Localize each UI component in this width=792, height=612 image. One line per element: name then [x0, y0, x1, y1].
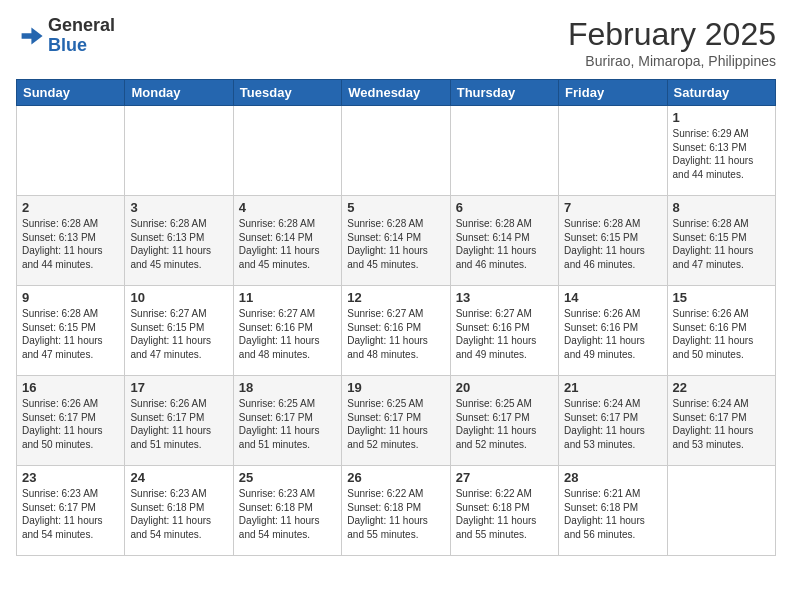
day-info: Sunrise: 6:23 AM Sunset: 6:17 PM Dayligh… [22, 487, 119, 541]
calendar-cell [667, 466, 775, 556]
calendar-cell: 13Sunrise: 6:27 AM Sunset: 6:16 PM Dayli… [450, 286, 558, 376]
calendar-cell: 23Sunrise: 6:23 AM Sunset: 6:17 PM Dayli… [17, 466, 125, 556]
day-number: 15 [673, 290, 770, 305]
calendar-week-row: 1Sunrise: 6:29 AM Sunset: 6:13 PM Daylig… [17, 106, 776, 196]
day-number: 26 [347, 470, 444, 485]
calendar-cell [450, 106, 558, 196]
weekday-header-monday: Monday [125, 80, 233, 106]
location-subtitle: Burirao, Mimaropa, Philippines [568, 53, 776, 69]
calendar-cell: 6Sunrise: 6:28 AM Sunset: 6:14 PM Daylig… [450, 196, 558, 286]
day-info: Sunrise: 6:23 AM Sunset: 6:18 PM Dayligh… [239, 487, 336, 541]
weekday-header-sunday: Sunday [17, 80, 125, 106]
logo: General Blue [16, 16, 115, 56]
day-info: Sunrise: 6:24 AM Sunset: 6:17 PM Dayligh… [564, 397, 661, 451]
month-year-title: February 2025 [568, 16, 776, 53]
day-info: Sunrise: 6:23 AM Sunset: 6:18 PM Dayligh… [130, 487, 227, 541]
day-number: 4 [239, 200, 336, 215]
day-info: Sunrise: 6:25 AM Sunset: 6:17 PM Dayligh… [239, 397, 336, 451]
calendar-cell: 1Sunrise: 6:29 AM Sunset: 6:13 PM Daylig… [667, 106, 775, 196]
day-info: Sunrise: 6:27 AM Sunset: 6:16 PM Dayligh… [239, 307, 336, 361]
calendar-cell: 3Sunrise: 6:28 AM Sunset: 6:13 PM Daylig… [125, 196, 233, 286]
day-number: 11 [239, 290, 336, 305]
day-number: 2 [22, 200, 119, 215]
weekday-header-saturday: Saturday [667, 80, 775, 106]
calendar-cell [559, 106, 667, 196]
calendar-cell: 9Sunrise: 6:28 AM Sunset: 6:15 PM Daylig… [17, 286, 125, 376]
calendar-cell: 8Sunrise: 6:28 AM Sunset: 6:15 PM Daylig… [667, 196, 775, 286]
day-info: Sunrise: 6:26 AM Sunset: 6:16 PM Dayligh… [564, 307, 661, 361]
day-info: Sunrise: 6:26 AM Sunset: 6:17 PM Dayligh… [22, 397, 119, 451]
calendar-cell: 12Sunrise: 6:27 AM Sunset: 6:16 PM Dayli… [342, 286, 450, 376]
day-info: Sunrise: 6:26 AM Sunset: 6:17 PM Dayligh… [130, 397, 227, 451]
calendar-week-row: 2Sunrise: 6:28 AM Sunset: 6:13 PM Daylig… [17, 196, 776, 286]
calendar-cell: 28Sunrise: 6:21 AM Sunset: 6:18 PM Dayli… [559, 466, 667, 556]
day-number: 5 [347, 200, 444, 215]
day-number: 27 [456, 470, 553, 485]
day-info: Sunrise: 6:21 AM Sunset: 6:18 PM Dayligh… [564, 487, 661, 541]
calendar-cell [233, 106, 341, 196]
day-number: 23 [22, 470, 119, 485]
day-info: Sunrise: 6:27 AM Sunset: 6:16 PM Dayligh… [456, 307, 553, 361]
day-number: 28 [564, 470, 661, 485]
weekday-header-wednesday: Wednesday [342, 80, 450, 106]
day-number: 17 [130, 380, 227, 395]
logo-blue-text: Blue [48, 35, 87, 55]
day-info: Sunrise: 6:28 AM Sunset: 6:14 PM Dayligh… [456, 217, 553, 271]
day-number: 6 [456, 200, 553, 215]
day-number: 7 [564, 200, 661, 215]
calendar-cell: 10Sunrise: 6:27 AM Sunset: 6:15 PM Dayli… [125, 286, 233, 376]
weekday-header-friday: Friday [559, 80, 667, 106]
day-number: 10 [130, 290, 227, 305]
weekday-header-thursday: Thursday [450, 80, 558, 106]
calendar-cell: 16Sunrise: 6:26 AM Sunset: 6:17 PM Dayli… [17, 376, 125, 466]
day-info: Sunrise: 6:25 AM Sunset: 6:17 PM Dayligh… [347, 397, 444, 451]
calendar-cell: 20Sunrise: 6:25 AM Sunset: 6:17 PM Dayli… [450, 376, 558, 466]
logo-general-text: General [48, 15, 115, 35]
weekday-header-tuesday: Tuesday [233, 80, 341, 106]
calendar-cell [125, 106, 233, 196]
calendar-week-row: 16Sunrise: 6:26 AM Sunset: 6:17 PM Dayli… [17, 376, 776, 466]
calendar-cell: 4Sunrise: 6:28 AM Sunset: 6:14 PM Daylig… [233, 196, 341, 286]
day-number: 3 [130, 200, 227, 215]
day-number: 9 [22, 290, 119, 305]
calendar-cell: 27Sunrise: 6:22 AM Sunset: 6:18 PM Dayli… [450, 466, 558, 556]
day-number: 12 [347, 290, 444, 305]
day-info: Sunrise: 6:28 AM Sunset: 6:13 PM Dayligh… [130, 217, 227, 271]
svg-marker-1 [22, 27, 43, 44]
day-info: Sunrise: 6:28 AM Sunset: 6:15 PM Dayligh… [22, 307, 119, 361]
day-number: 19 [347, 380, 444, 395]
calendar-cell: 2Sunrise: 6:28 AM Sunset: 6:13 PM Daylig… [17, 196, 125, 286]
day-number: 14 [564, 290, 661, 305]
day-info: Sunrise: 6:24 AM Sunset: 6:17 PM Dayligh… [673, 397, 770, 451]
day-number: 21 [564, 380, 661, 395]
day-number: 8 [673, 200, 770, 215]
day-info: Sunrise: 6:26 AM Sunset: 6:16 PM Dayligh… [673, 307, 770, 361]
day-number: 25 [239, 470, 336, 485]
title-block: February 2025 Burirao, Mimaropa, Philipp… [568, 16, 776, 69]
calendar-week-row: 23Sunrise: 6:23 AM Sunset: 6:17 PM Dayli… [17, 466, 776, 556]
day-info: Sunrise: 6:27 AM Sunset: 6:16 PM Dayligh… [347, 307, 444, 361]
calendar-cell: 18Sunrise: 6:25 AM Sunset: 6:17 PM Dayli… [233, 376, 341, 466]
day-info: Sunrise: 6:27 AM Sunset: 6:15 PM Dayligh… [130, 307, 227, 361]
day-number: 16 [22, 380, 119, 395]
generalblue-logo-icon [16, 22, 44, 50]
day-number: 1 [673, 110, 770, 125]
calendar-cell: 15Sunrise: 6:26 AM Sunset: 6:16 PM Dayli… [667, 286, 775, 376]
calendar-cell: 5Sunrise: 6:28 AM Sunset: 6:14 PM Daylig… [342, 196, 450, 286]
day-info: Sunrise: 6:29 AM Sunset: 6:13 PM Dayligh… [673, 127, 770, 181]
day-info: Sunrise: 6:22 AM Sunset: 6:18 PM Dayligh… [456, 487, 553, 541]
calendar-cell: 21Sunrise: 6:24 AM Sunset: 6:17 PM Dayli… [559, 376, 667, 466]
calendar-cell [17, 106, 125, 196]
calendar-cell: 24Sunrise: 6:23 AM Sunset: 6:18 PM Dayli… [125, 466, 233, 556]
day-info: Sunrise: 6:28 AM Sunset: 6:15 PM Dayligh… [673, 217, 770, 271]
calendar-week-row: 9Sunrise: 6:28 AM Sunset: 6:15 PM Daylig… [17, 286, 776, 376]
day-number: 24 [130, 470, 227, 485]
day-info: Sunrise: 6:28 AM Sunset: 6:14 PM Dayligh… [347, 217, 444, 271]
day-number: 20 [456, 380, 553, 395]
page-header: General Blue February 2025 Burirao, Mima… [16, 16, 776, 69]
calendar-cell [342, 106, 450, 196]
calendar-cell: 22Sunrise: 6:24 AM Sunset: 6:17 PM Dayli… [667, 376, 775, 466]
calendar-cell: 14Sunrise: 6:26 AM Sunset: 6:16 PM Dayli… [559, 286, 667, 376]
day-info: Sunrise: 6:28 AM Sunset: 6:14 PM Dayligh… [239, 217, 336, 271]
calendar-cell: 26Sunrise: 6:22 AM Sunset: 6:18 PM Dayli… [342, 466, 450, 556]
